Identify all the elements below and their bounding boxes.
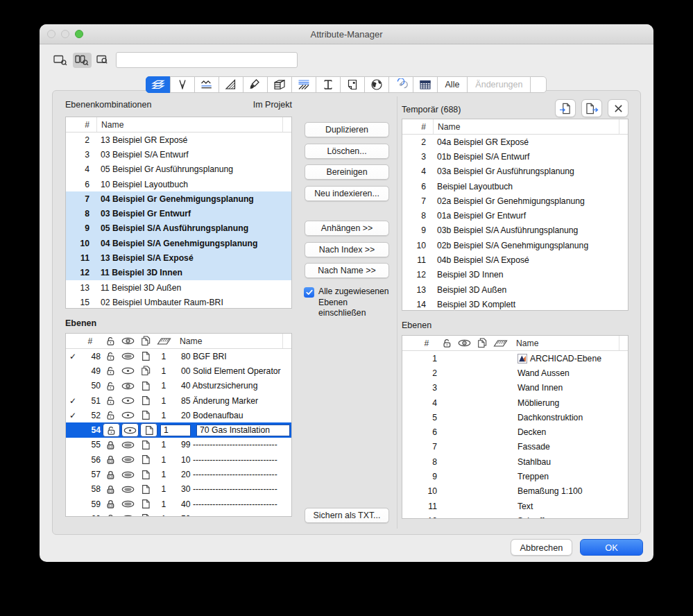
- duplicate-button[interactable]: Duplizieren: [305, 122, 389, 137]
- combo-row[interactable]: 303 Beispiel S/A Entwurf: [66, 147, 291, 162]
- close-window-button[interactable]: [47, 30, 55, 38]
- lock-column-header-icon[interactable]: [438, 338, 456, 348]
- intersection-group-input[interactable]: 1: [160, 425, 191, 436]
- layer-row[interactable]: 50140 Absturzsicherung: [66, 379, 291, 393]
- layer-lock-toggle[interactable]: [102, 440, 119, 450]
- layer-row[interactable]: 2Wand Aussen: [402, 366, 628, 380]
- layer-lock-toggle[interactable]: [102, 513, 119, 517]
- combo-row[interactable]: 1104b Beispiel S/A Exposé: [402, 253, 628, 267]
- combo-row[interactable]: 405 Beispiel Gr Ausführungsplanung: [66, 162, 291, 177]
- layer-lock-toggle[interactable]: [102, 484, 119, 495]
- combo-row[interactable]: 905 Beispiel S/A Ausführungsplanung: [66, 221, 291, 236]
- combo-row[interactable]: 801a Beispiel Gr Entwurf: [402, 208, 628, 223]
- combo-row[interactable]: 610 Beispiel Layoutbuch: [66, 177, 291, 191]
- layer-row[interactable]: 59140 ------------------------------: [66, 497, 291, 511]
- layer-3d-toggle[interactable]: [137, 410, 154, 420]
- layer-3d-toggle[interactable]: [137, 484, 154, 495]
- view-single-pane-button[interactable]: [51, 53, 70, 68]
- tab-alle[interactable]: Alle: [437, 76, 468, 93]
- combo-row[interactable]: 1113 Beispiel S/A Exposé: [66, 250, 291, 265]
- combo-row[interactable]: 403a Beispiel Gr Ausführungsplanung: [402, 164, 628, 179]
- combo-row[interactable]: 704 Beispiel Gr Genehmigungsplanung: [66, 191, 291, 206]
- tab-cities[interactable]: [364, 76, 389, 93]
- layer-row[interactable]: 49100 Solid Element Operator: [66, 363, 291, 378]
- combo-row[interactable]: 702a Beispiel Gr Genehmigungsplanung: [402, 194, 628, 208]
- num-column-header[interactable]: #: [402, 122, 433, 132]
- combo-row[interactable]: 903b Beispiel S/A Ausführungsplanung: [402, 223, 628, 238]
- layer-visibility-toggle[interactable]: [119, 486, 137, 493]
- combo-row[interactable]: 13Beispiel 3D Außen: [402, 282, 628, 297]
- layer-visibility-toggle[interactable]: [121, 423, 139, 437]
- layer-lock-toggle[interactable]: [103, 423, 120, 437]
- tab-line-types[interactable]: [194, 76, 219, 93]
- layer-row[interactable]: 5Dachkonstruktion: [402, 410, 628, 425]
- tab-pens[interactable]: [170, 76, 195, 93]
- view-right-pane-button[interactable]: [94, 53, 113, 68]
- combo-row[interactable]: 204a Beispiel GR Exposé: [402, 135, 628, 149]
- layer-3d-toggle[interactable]: [137, 499, 154, 509]
- layer-row[interactable]: 9Treppen: [402, 469, 628, 484]
- layer-3d-toggle[interactable]: [137, 381, 154, 391]
- layer-row[interactable]: 11Text: [402, 499, 628, 513]
- layer-lock-toggle[interactable]: [102, 395, 119, 406]
- delete-button[interactable]: Löschen...: [305, 144, 389, 159]
- layer-3d-toggle[interactable]: [137, 351, 154, 361]
- layer-row[interactable]: 1ARCHICAD-Ebene: [402, 351, 628, 366]
- open-attribute-file-button[interactable]: [555, 99, 576, 117]
- layer-row[interactable]: 57120 ------------------------------: [66, 467, 291, 481]
- zoom-window-button[interactable]: [75, 30, 83, 38]
- project-combos-list[interactable]: #Name213 Beispiel GR Exposé303 Beispiel …: [65, 117, 292, 309]
- combo-row[interactable]: 301b Beispiel S/A Entwurf: [402, 149, 628, 164]
- search-input[interactable]: [116, 52, 298, 68]
- layer-row[interactable]: 60150 ------------------------------: [66, 511, 291, 517]
- layer-lock-toggle[interactable]: [102, 470, 119, 480]
- layer-visibility-toggle[interactable]: [119, 382, 137, 390]
- layer-3d-column-header-icon[interactable]: [137, 336, 154, 346]
- purge-button[interactable]: Bereinigen: [305, 164, 389, 180]
- layer-visibility-toggle[interactable]: [119, 367, 137, 375]
- layer-check[interactable]: ✓: [66, 396, 80, 406]
- layer-3d-column-header-icon[interactable]: [473, 338, 490, 348]
- combo-row[interactable]: 1502 Beispiel Umbauter Raum-BRI: [66, 295, 291, 309]
- overwrite-by-name-button[interactable]: Nach Name >>: [305, 263, 389, 278]
- layer-check[interactable]: ✓: [66, 352, 80, 361]
- intersection-column-header-icon[interactable]: [154, 337, 173, 345]
- layer-lock-toggle[interactable]: [102, 499, 119, 509]
- tab-surfaces[interactable]: [243, 76, 268, 93]
- layer-row[interactable]: ✓51185 Änderung Marker: [66, 393, 291, 408]
- layer-row[interactable]: 3Wand Innen: [402, 381, 628, 395]
- combo-row[interactable]: 1002b Beispiel S/A Genehmigungsplanung: [402, 238, 628, 253]
- combo-row[interactable]: 14Beispiel 3D Komplett: [402, 297, 628, 311]
- tab-fill-types[interactable]: [219, 76, 243, 93]
- tab-zone-categories[interactable]: [340, 76, 365, 93]
- visibility-column-header-icon[interactable]: [456, 339, 473, 347]
- tab-operation-profiles[interactable]: [388, 76, 413, 93]
- layer-3d-toggle[interactable]: [137, 454, 154, 465]
- layer-lock-toggle[interactable]: [102, 454, 119, 465]
- combo-row[interactable]: 12Beispiel 3D Innen: [402, 268, 628, 282]
- view-split-pane-button[interactable]: [73, 53, 92, 68]
- combo-row[interactable]: 1211 Beispiel 3D Innen: [66, 266, 291, 280]
- layer-check[interactable]: ✓: [66, 411, 80, 420]
- combo-row[interactable]: 803 Beispiel Gr Entwurf: [66, 206, 291, 221]
- project-layers-list[interactable]: #Name✓48180 BGF BRI49100 Solid Element O…: [65, 333, 292, 517]
- name-column-header[interactable]: Name: [434, 122, 619, 132]
- tab-composites[interactable]: [267, 76, 292, 93]
- layer-lock-toggle[interactable]: [102, 410, 119, 420]
- name-column-header[interactable]: Name: [97, 120, 282, 130]
- layer-visibility-toggle[interactable]: [119, 456, 137, 463]
- tab-building-materials[interactable]: [291, 76, 316, 93]
- tab-layers[interactable]: [146, 76, 171, 93]
- reindex-button[interactable]: Neu indexieren...: [305, 186, 389, 201]
- name-column-header[interactable]: Name: [173, 336, 282, 346]
- temporary-layers-list[interactable]: #Name1ARCHICAD-Ebene2Wand Aussen3Wand In…: [402, 335, 628, 519]
- lock-column-header-icon[interactable]: [102, 336, 119, 346]
- intersection-column-header-icon[interactable]: [490, 339, 510, 348]
- layer-visibility-toggle[interactable]: [119, 471, 137, 479]
- combo-row[interactable]: 6Beispiel Layoutbuch: [402, 179, 628, 194]
- cancel-button[interactable]: Abbrechen: [511, 539, 572, 556]
- layer-row[interactable]: ✓48180 BGF BRI: [66, 349, 291, 363]
- layer-row[interactable]: 54170 Gas Installation: [66, 422, 291, 437]
- clear-temporary-button[interactable]: [608, 99, 628, 117]
- save-attribute-file-button[interactable]: [581, 99, 602, 117]
